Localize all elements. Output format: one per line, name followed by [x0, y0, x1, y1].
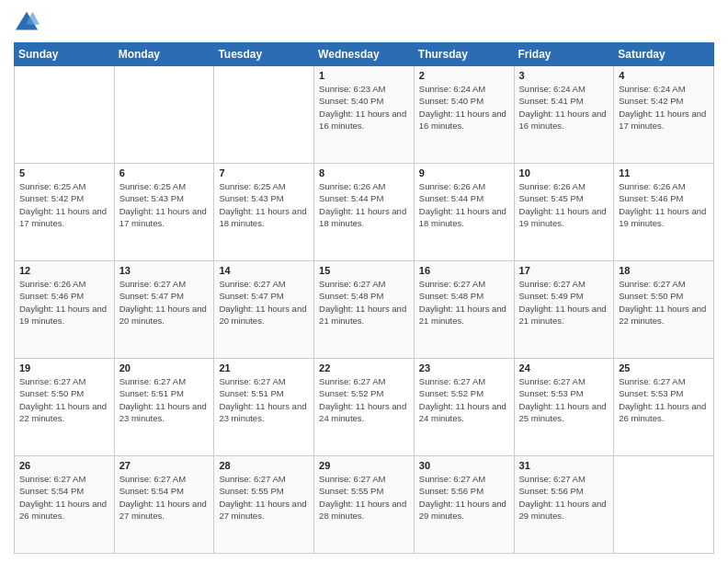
- day-info: Sunrise: 6:26 AMSunset: 5:46 PMDaylight:…: [19, 278, 109, 327]
- day-info: Sunrise: 6:27 AMSunset: 5:48 PMDaylight:…: [419, 278, 509, 327]
- day-info: Sunrise: 6:27 AMSunset: 5:52 PMDaylight:…: [419, 375, 509, 424]
- day-info: Sunrise: 6:27 AMSunset: 5:54 PMDaylight:…: [19, 473, 109, 522]
- day-info: Sunrise: 6:27 AMSunset: 5:55 PMDaylight:…: [219, 473, 309, 522]
- day-info: Sunrise: 6:25 AMSunset: 5:42 PMDaylight:…: [19, 180, 109, 229]
- day-info: Sunrise: 6:27 AMSunset: 5:53 PMDaylight:…: [519, 375, 609, 424]
- calendar-cell: 25Sunrise: 6:27 AMSunset: 5:53 PMDayligh…: [614, 359, 714, 456]
- day-number: 6: [119, 167, 210, 178]
- day-number: 18: [619, 265, 709, 276]
- calendar-cell: 17Sunrise: 6:27 AMSunset: 5:49 PMDayligh…: [514, 261, 614, 359]
- day-number: 11: [619, 167, 709, 178]
- day-info: Sunrise: 6:27 AMSunset: 5:50 PMDaylight:…: [619, 278, 709, 327]
- calendar-cell: [614, 456, 714, 554]
- calendar-cell: 31Sunrise: 6:27 AMSunset: 5:56 PMDayligh…: [514, 456, 614, 554]
- day-number: 28: [219, 460, 309, 471]
- day-number: 20: [119, 362, 210, 373]
- day-info: Sunrise: 6:27 AMSunset: 5:48 PMDaylight:…: [319, 278, 409, 327]
- calendar-cell: 26Sunrise: 6:27 AMSunset: 5:54 PMDayligh…: [15, 456, 115, 554]
- day-number: 27: [119, 460, 210, 471]
- calendar-table: SundayMondayTuesdayWednesdayThursdayFrid…: [14, 42, 714, 554]
- calendar-cell: 14Sunrise: 6:27 AMSunset: 5:47 PMDayligh…: [214, 261, 314, 359]
- calendar-cell: 12Sunrise: 6:26 AMSunset: 5:46 PMDayligh…: [15, 261, 115, 359]
- day-number: 23: [419, 362, 509, 373]
- calendar-cell: [15, 66, 115, 164]
- day-number: 26: [19, 460, 109, 471]
- weekday-header: Tuesday: [214, 43, 314, 66]
- day-info: Sunrise: 6:26 AMSunset: 5:44 PMDaylight:…: [319, 180, 409, 229]
- calendar-cell: 9Sunrise: 6:26 AMSunset: 5:44 PMDaylight…: [414, 164, 514, 261]
- day-number: 4: [619, 70, 709, 81]
- calendar-cell: [214, 66, 314, 164]
- day-number: 1: [319, 70, 409, 81]
- calendar-cell: 7Sunrise: 6:25 AMSunset: 5:43 PMDaylight…: [214, 164, 314, 261]
- day-number: 15: [319, 265, 409, 276]
- day-number: 8: [319, 167, 409, 178]
- day-info: Sunrise: 6:27 AMSunset: 5:49 PMDaylight:…: [519, 278, 609, 327]
- day-number: 3: [519, 70, 609, 81]
- calendar-cell: 19Sunrise: 6:27 AMSunset: 5:50 PMDayligh…: [15, 359, 115, 456]
- day-number: 9: [419, 167, 509, 178]
- calendar-cell: 27Sunrise: 6:27 AMSunset: 5:54 PMDayligh…: [114, 456, 214, 554]
- day-number: 29: [319, 460, 409, 471]
- calendar-cell: 13Sunrise: 6:27 AMSunset: 5:47 PMDayligh…: [114, 261, 214, 359]
- page: SundayMondayTuesdayWednesdayThursdayFrid…: [0, 0, 728, 563]
- day-number: 31: [519, 460, 609, 471]
- calendar-cell: 2Sunrise: 6:24 AMSunset: 5:40 PMDaylight…: [414, 66, 514, 164]
- weekday-header: Saturday: [614, 43, 714, 66]
- calendar-cell: 11Sunrise: 6:26 AMSunset: 5:46 PMDayligh…: [614, 164, 714, 261]
- weekday-header: Friday: [514, 43, 614, 66]
- day-info: Sunrise: 6:24 AMSunset: 5:40 PMDaylight:…: [419, 83, 509, 132]
- day-number: 10: [519, 167, 609, 178]
- logo: [14, 9, 43, 35]
- calendar-cell: 29Sunrise: 6:27 AMSunset: 5:55 PMDayligh…: [314, 456, 415, 554]
- day-info: Sunrise: 6:27 AMSunset: 5:53 PMDaylight:…: [619, 375, 709, 424]
- day-info: Sunrise: 6:24 AMSunset: 5:42 PMDaylight:…: [619, 83, 709, 132]
- calendar-cell: 6Sunrise: 6:25 AMSunset: 5:43 PMDaylight…: [114, 164, 214, 261]
- day-number: 19: [19, 362, 109, 373]
- day-info: Sunrise: 6:27 AMSunset: 5:56 PMDaylight:…: [419, 473, 509, 522]
- calendar-cell: [114, 66, 214, 164]
- day-info: Sunrise: 6:25 AMSunset: 5:43 PMDaylight:…: [119, 180, 210, 229]
- calendar-cell: 8Sunrise: 6:26 AMSunset: 5:44 PMDaylight…: [314, 164, 415, 261]
- day-info: Sunrise: 6:26 AMSunset: 5:46 PMDaylight:…: [619, 180, 709, 229]
- day-info: Sunrise: 6:24 AMSunset: 5:41 PMDaylight:…: [519, 83, 609, 132]
- day-info: Sunrise: 6:23 AMSunset: 5:40 PMDaylight:…: [319, 83, 409, 132]
- day-number: 30: [419, 460, 509, 471]
- calendar-cell: 21Sunrise: 6:27 AMSunset: 5:51 PMDayligh…: [214, 359, 314, 456]
- weekday-header: Sunday: [15, 43, 115, 66]
- day-number: 12: [19, 265, 109, 276]
- day-number: 17: [519, 265, 609, 276]
- day-number: 2: [419, 70, 509, 81]
- day-info: Sunrise: 6:26 AMSunset: 5:44 PMDaylight:…: [419, 180, 509, 229]
- day-info: Sunrise: 6:27 AMSunset: 5:51 PMDaylight:…: [119, 375, 210, 424]
- calendar-cell: 16Sunrise: 6:27 AMSunset: 5:48 PMDayligh…: [414, 261, 514, 359]
- calendar-cell: 1Sunrise: 6:23 AMSunset: 5:40 PMDaylight…: [314, 66, 415, 164]
- calendar-cell: 4Sunrise: 6:24 AMSunset: 5:42 PMDaylight…: [614, 66, 714, 164]
- calendar-cell: 18Sunrise: 6:27 AMSunset: 5:50 PMDayligh…: [614, 261, 714, 359]
- day-info: Sunrise: 6:25 AMSunset: 5:43 PMDaylight:…: [219, 180, 309, 229]
- day-number: 22: [319, 362, 409, 373]
- calendar-cell: 23Sunrise: 6:27 AMSunset: 5:52 PMDayligh…: [414, 359, 514, 456]
- calendar-cell: 28Sunrise: 6:27 AMSunset: 5:55 PMDayligh…: [214, 456, 314, 554]
- calendar-cell: 5Sunrise: 6:25 AMSunset: 5:42 PMDaylight…: [15, 164, 115, 261]
- weekday-header: Monday: [114, 43, 214, 66]
- day-info: Sunrise: 6:27 AMSunset: 5:54 PMDaylight:…: [119, 473, 210, 522]
- logo-icon: [14, 9, 40, 35]
- day-number: 14: [219, 265, 309, 276]
- calendar-cell: 24Sunrise: 6:27 AMSunset: 5:53 PMDayligh…: [514, 359, 614, 456]
- calendar-cell: 20Sunrise: 6:27 AMSunset: 5:51 PMDayligh…: [114, 359, 214, 456]
- day-info: Sunrise: 6:27 AMSunset: 5:51 PMDaylight:…: [219, 375, 309, 424]
- day-number: 16: [419, 265, 509, 276]
- day-info: Sunrise: 6:27 AMSunset: 5:47 PMDaylight:…: [119, 278, 210, 327]
- day-info: Sunrise: 6:27 AMSunset: 5:52 PMDaylight:…: [319, 375, 409, 424]
- day-info: Sunrise: 6:27 AMSunset: 5:47 PMDaylight:…: [219, 278, 309, 327]
- calendar-cell: 15Sunrise: 6:27 AMSunset: 5:48 PMDayligh…: [314, 261, 415, 359]
- day-number: 7: [219, 167, 309, 178]
- day-info: Sunrise: 6:27 AMSunset: 5:56 PMDaylight:…: [519, 473, 609, 522]
- day-number: 21: [219, 362, 309, 373]
- header: [14, 9, 714, 35]
- calendar-cell: 30Sunrise: 6:27 AMSunset: 5:56 PMDayligh…: [414, 456, 514, 554]
- day-number: 24: [519, 362, 609, 373]
- calendar-cell: 22Sunrise: 6:27 AMSunset: 5:52 PMDayligh…: [314, 359, 415, 456]
- weekday-header: Thursday: [414, 43, 514, 66]
